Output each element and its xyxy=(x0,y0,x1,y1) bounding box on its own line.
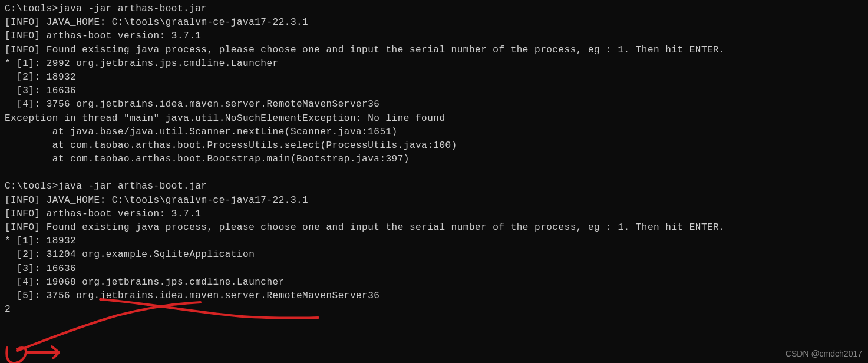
watermark: CSDN @cmdch2017 xyxy=(786,348,862,359)
process-option-4: [4]: 19068 org.jetbrains.jps.cmdline.Lau… xyxy=(5,276,863,289)
exception-trace-2: at com.taobao.arthas.boot.ProcessUtils.s… xyxy=(5,139,863,153)
process-option-4: [4]: 3756 org.jetbrains.idea.maven.serve… xyxy=(5,98,863,111)
process-option-1: * [1]: 18932 xyxy=(5,235,863,248)
info-java-home: [INFO] JAVA_HOME: C:\tools\graalvm-ce-ja… xyxy=(5,16,863,29)
process-option-5: [5]: 3756 org.jetbrains.idea.maven.serve… xyxy=(5,289,863,303)
prompt-line: C:\tools>java -jar arthas-boot.jar xyxy=(5,180,863,193)
process-option-2: [2]: 18932 xyxy=(5,71,863,84)
process-option-2: [2]: 31204 org.example.SqliteApplication xyxy=(5,248,863,262)
info-found-process: [INFO] Found existing java process, plea… xyxy=(5,44,863,57)
user-input[interactable]: 2 xyxy=(5,303,863,316)
info-version: [INFO] arthas-boot version: 3.7.1 xyxy=(5,29,863,43)
process-option-3: [3]: 16636 xyxy=(5,84,863,98)
info-java-home: [INFO] JAVA_HOME: C:\tools\graalvm-ce-ja… xyxy=(5,194,863,207)
blank-line xyxy=(5,166,863,180)
exception-trace-3: at com.taobao.arthas.boot.Bootstrap.main… xyxy=(5,153,863,166)
info-found-process: [INFO] Found existing java process, plea… xyxy=(5,221,863,235)
exception-head: Exception in thread "main" java.util.NoS… xyxy=(5,112,863,126)
process-option-1: * [1]: 2992 org.jetbrains.jps.cmdline.La… xyxy=(5,57,863,71)
exception-trace-1: at java.base/java.util.Scanner.nextLine(… xyxy=(5,126,863,139)
info-version: [INFO] arthas-boot version: 3.7.1 xyxy=(5,207,863,221)
process-option-3: [3]: 16636 xyxy=(5,262,863,276)
prompt-line: C:\tools>java -jar arthas-boot.jar xyxy=(5,2,863,16)
